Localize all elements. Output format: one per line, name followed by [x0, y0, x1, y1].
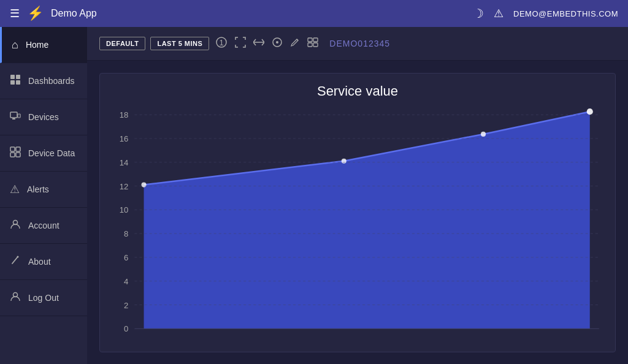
svg-rect-2: [10, 80, 15, 85]
svg-text:2: 2: [124, 301, 128, 310]
svg-rect-7: [10, 147, 15, 151]
lightning-icon: ⚡: [27, 6, 44, 21]
svg-text:18: 18: [120, 110, 129, 119]
svg-text:14: 14: [120, 158, 129, 167]
chart-container: Service value 0 2 4 6 8 10 12 14 16 18: [99, 73, 616, 352]
svg-rect-20: [313, 38, 318, 42]
chart-title: Service value: [110, 83, 605, 99]
device-data-icon: [10, 146, 21, 161]
hamburger-icon[interactable]: ☰: [10, 7, 20, 20]
settings-icon[interactable]: [272, 37, 283, 50]
svg-point-37: [587, 108, 593, 115]
svg-rect-19: [308, 38, 312, 42]
sidebar-label-home: Home: [26, 40, 48, 50]
sidebar-item-about[interactable]: About: [0, 244, 87, 280]
edit-icon[interactable]: [290, 37, 300, 50]
svg-rect-3: [16, 80, 20, 85]
fit-icon[interactable]: [253, 38, 264, 49]
chart-svg-wrapper: 0 2 4 6 8 10 12 14 16 18: [110, 107, 605, 344]
svg-text:12: 12: [120, 182, 129, 191]
sidebar-label-logout: Log Out: [28, 293, 59, 303]
sidebar-item-account[interactable]: Account: [0, 208, 87, 244]
svg-text:1: 1: [220, 38, 224, 47]
svg-text:8: 8: [124, 229, 128, 238]
sidebar-item-devices[interactable]: Devices: [0, 99, 87, 135]
device-id: DEMO012345: [329, 39, 390, 48]
about-icon: [10, 255, 21, 269]
svg-rect-5: [12, 118, 15, 119]
dashboards-icon: [10, 74, 21, 88]
sidebar-label-account: Account: [28, 221, 59, 230]
svg-rect-0: [10, 75, 15, 79]
svg-rect-4: [10, 112, 17, 118]
svg-marker-33: [144, 112, 590, 328]
app-header: ☰ ⚡ Demo App ☽ ⚠ DEMO@EMBEDTHIS.COM: [0, 0, 628, 27]
refresh-icon[interactable]: 1: [215, 36, 228, 51]
expand-icon[interactable]: [235, 37, 246, 50]
home-icon: ⌂: [12, 39, 18, 51]
svg-rect-9: [10, 153, 15, 157]
svg-point-35: [342, 159, 347, 164]
svg-point-18: [276, 41, 278, 44]
alert-icon[interactable]: ⚠: [494, 7, 504, 20]
svg-text:16: 16: [120, 134, 129, 143]
line-chart: 0 2 4 6 8 10 12 14 16 18: [110, 107, 605, 344]
svg-rect-8: [16, 147, 20, 151]
svg-rect-10: [16, 153, 20, 157]
sidebar-label-dashboards: Dashboards: [28, 76, 75, 86]
svg-rect-1: [16, 75, 20, 79]
sidebar-label-device-data: Device Data: [28, 148, 75, 158]
main-content: DEFAULT LAST 5 MINS 1: [87, 27, 628, 364]
main-layout: ⌂ Home Dashboards Dev: [0, 27, 628, 364]
last5-button[interactable]: LAST 5 MINS: [150, 37, 209, 50]
sidebar: ⌂ Home Dashboards Dev: [0, 27, 87, 364]
sidebar-item-dashboards[interactable]: Dashboards: [0, 63, 87, 99]
svg-rect-21: [308, 43, 312, 47]
devices-icon: [10, 110, 21, 124]
logout-icon: [10, 291, 21, 305]
svg-text:0: 0: [124, 324, 128, 333]
sidebar-label-about: About: [28, 257, 51, 267]
alerts-icon: ⚠: [10, 183, 20, 196]
sidebar-item-logout[interactable]: Log Out: [0, 280, 87, 316]
svg-rect-22: [313, 43, 318, 47]
user-email: DEMO@EMBEDTHIS.COM: [513, 9, 618, 18]
sidebar-item-home[interactable]: ⌂ Home: [0, 27, 87, 63]
add-icon[interactable]: [307, 37, 318, 50]
sidebar-item-device-data[interactable]: Device Data: [0, 135, 87, 172]
svg-text:6: 6: [124, 253, 128, 262]
sidebar-label-devices: Devices: [28, 112, 59, 122]
sidebar-label-alerts: Alerts: [27, 184, 49, 194]
app-title: Demo App: [51, 8, 97, 19]
toolbar: DEFAULT LAST 5 MINS 1: [87, 27, 628, 61]
svg-point-12: [17, 256, 19, 257]
chart-area: Service value 0 2 4 6 8 10 12 14 16 18: [87, 61, 628, 364]
svg-rect-6: [18, 114, 20, 118]
svg-point-36: [481, 132, 486, 137]
default-button[interactable]: DEFAULT: [99, 37, 145, 50]
svg-text:4: 4: [124, 277, 128, 286]
sidebar-item-alerts[interactable]: ⚠ Alerts: [0, 172, 87, 208]
svg-text:10: 10: [120, 205, 129, 214]
moon-icon[interactable]: ☽: [473, 6, 484, 21]
svg-point-34: [142, 182, 147, 187]
account-icon: [10, 219, 21, 233]
header-right: ☽ ⚠ DEMO@EMBEDTHIS.COM: [473, 6, 618, 21]
